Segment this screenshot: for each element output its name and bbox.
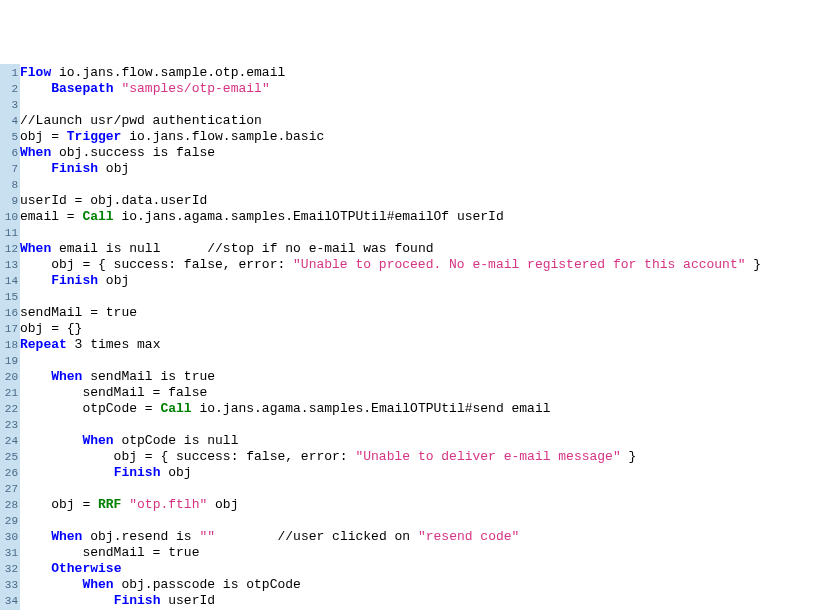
- code-line[interactable]: sendMail = true: [20, 545, 821, 561]
- line-number: 28: [0, 497, 20, 513]
- code-line[interactable]: [20, 481, 821, 497]
- token-str: "resend code": [418, 529, 519, 544]
- line-number: 30: [0, 529, 20, 545]
- line-number: 14: [0, 273, 20, 289]
- token-txt: [20, 577, 82, 592]
- token-kw-green: Call: [82, 209, 113, 224]
- token-kw-blue: When: [51, 529, 82, 544]
- token-txt: obj =: [20, 129, 67, 144]
- code-line[interactable]: When obj.success is false: [20, 145, 821, 161]
- token-txt: [20, 593, 114, 608]
- line-number: 27: [0, 481, 20, 497]
- line-number: 4: [0, 113, 20, 129]
- token-txt: obj =: [20, 497, 98, 512]
- token-txt: obj.resend is: [82, 529, 199, 544]
- token-txt: email =: [20, 209, 82, 224]
- token-txt: //Launch usr/pwd authentication: [20, 113, 262, 128]
- code-line[interactable]: [20, 417, 821, 433]
- code-line[interactable]: Finish obj: [20, 465, 821, 481]
- code-line[interactable]: When sendMail is true: [20, 369, 821, 385]
- token-txt: userId: [160, 593, 215, 608]
- token-txt: //user clicked on: [215, 529, 418, 544]
- code-line[interactable]: [20, 177, 821, 193]
- token-kw-blue: Finish: [114, 593, 161, 608]
- line-number: 33: [0, 577, 20, 593]
- token-txt: sendMail = false: [20, 385, 207, 400]
- token-kw-blue: When: [82, 577, 113, 592]
- line-number: 2: [0, 81, 20, 97]
- token-txt: obj: [160, 465, 191, 480]
- code-line[interactable]: Finish obj: [20, 161, 821, 177]
- token-str: "Unable to deliver e-mail message": [355, 449, 620, 464]
- token-txt: [20, 161, 51, 176]
- code-line[interactable]: sendMail = true: [20, 305, 821, 321]
- line-number: 1: [0, 65, 20, 81]
- code-line[interactable]: [20, 353, 821, 369]
- token-txt: obj: [207, 497, 238, 512]
- code-line[interactable]: obj = Trigger io.jans.flow.sample.basic: [20, 129, 821, 145]
- code-line[interactable]: [20, 289, 821, 305]
- token-kw-green: RRF: [98, 497, 121, 512]
- code-line[interactable]: When email is null //stop if no e-mail w…: [20, 241, 821, 257]
- line-number: 21: [0, 385, 20, 401]
- code-line[interactable]: Otherwise: [20, 561, 821, 577]
- token-txt: otpCode is null: [114, 433, 239, 448]
- code-line[interactable]: sendMail = false: [20, 385, 821, 401]
- token-txt: [20, 369, 51, 384]
- token-txt: obj: [98, 161, 129, 176]
- token-txt: obj = { success: false, error:: [20, 257, 293, 272]
- code-line[interactable]: When otpCode is null: [20, 433, 821, 449]
- token-kw-blue: Trigger: [67, 129, 122, 144]
- line-number: 9: [0, 193, 20, 209]
- line-number: 17: [0, 321, 20, 337]
- token-txt: [20, 81, 51, 96]
- token-txt: io.jans.flow.sample.basic: [121, 129, 324, 144]
- token-str: "": [199, 529, 215, 544]
- code-line[interactable]: otpCode = Call io.jans.agama.samples.Ema…: [20, 401, 821, 417]
- line-number: 8: [0, 177, 20, 193]
- token-txt: }: [746, 257, 762, 272]
- token-txt: obj = {}: [20, 321, 82, 336]
- token-str: "Unable to proceed. No e-mail registered…: [293, 257, 745, 272]
- code-line[interactable]: obj = RRF "otp.ftlh" obj: [20, 497, 821, 513]
- token-str: "samples/otp-email": [121, 81, 269, 96]
- token-str: "otp.ftlh": [129, 497, 207, 512]
- code-line[interactable]: Repeat 3 times max: [20, 337, 821, 353]
- token-txt: obj.passcode is otpCode: [114, 577, 301, 592]
- code-line[interactable]: When obj.passcode is otpCode: [20, 577, 821, 593]
- code-line[interactable]: [20, 97, 821, 113]
- code-line[interactable]: Finish obj: [20, 273, 821, 289]
- token-kw-blue: When: [20, 145, 51, 160]
- line-number: 25: [0, 449, 20, 465]
- token-txt: obj.success is false: [51, 145, 215, 160]
- line-number: 16: [0, 305, 20, 321]
- code-line[interactable]: userId = obj.data.userId: [20, 193, 821, 209]
- token-txt: io.jans.agama.samples.EmailOTPUtil#send …: [192, 401, 551, 416]
- code-line[interactable]: [20, 513, 821, 529]
- line-number: 19: [0, 353, 20, 369]
- code-line[interactable]: Finish userId: [20, 593, 821, 609]
- line-number: 22: [0, 401, 20, 417]
- code-line[interactable]: //Launch usr/pwd authentication: [20, 113, 821, 129]
- token-kw-blue: Repeat: [20, 337, 67, 352]
- token-txt: email is null //stop if no e-mail was fo…: [51, 241, 433, 256]
- code-line[interactable]: email = Call io.jans.agama.samples.Email…: [20, 209, 821, 225]
- token-txt: sendMail = true: [20, 545, 199, 560]
- line-number: 11: [0, 225, 20, 241]
- code-line[interactable]: Flow io.jans.flow.sample.otp.email: [20, 65, 821, 81]
- line-number: 24: [0, 433, 20, 449]
- code-line[interactable]: Basepath "samples/otp-email": [20, 81, 821, 97]
- token-kw-blue: Otherwise: [51, 561, 121, 576]
- code-area[interactable]: Flow io.jans.flow.sample.otp.email Basep…: [20, 64, 821, 610]
- line-number: 32: [0, 561, 20, 577]
- line-number-gutter: 1234567891011121314151617181920212223242…: [0, 64, 20, 610]
- code-line[interactable]: obj = { success: false, error: "Unable t…: [20, 257, 821, 273]
- code-line[interactable]: obj = {}: [20, 321, 821, 337]
- code-line[interactable]: obj = { success: false, error: "Unable t…: [20, 449, 821, 465]
- line-number: 15: [0, 289, 20, 305]
- line-number: 12: [0, 241, 20, 257]
- token-kw-green: Call: [160, 401, 191, 416]
- token-txt: [20, 465, 114, 480]
- code-line[interactable]: When obj.resend is "" //user clicked on …: [20, 529, 821, 545]
- code-line[interactable]: [20, 225, 821, 241]
